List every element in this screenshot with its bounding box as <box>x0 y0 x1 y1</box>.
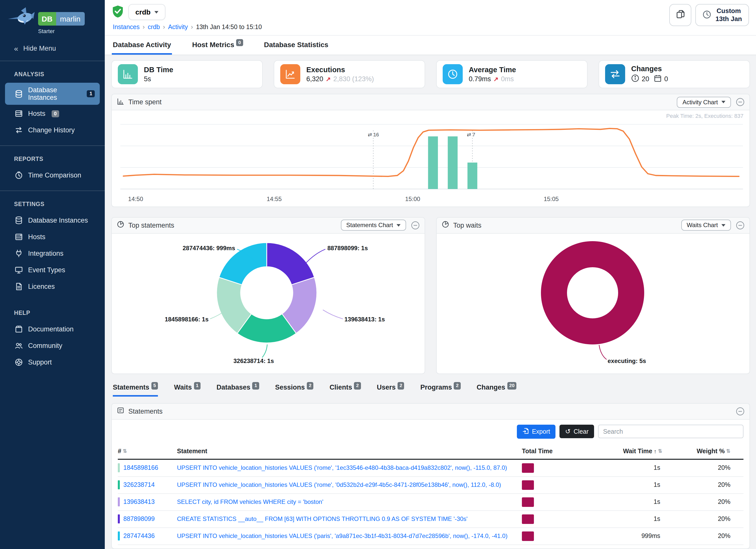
monitor-icon <box>14 266 23 274</box>
tab-statements[interactable]: Statements5 <box>113 383 158 396</box>
column-wait-time[interactable]: Wait Time↑⇅ <box>575 447 662 454</box>
statement-link[interactable]: SELECT city, id FROM vehicles WHERE city… <box>177 498 522 505</box>
tab-database-activity[interactable]: Database Activity <box>112 36 172 55</box>
top-waits-chart-area[interactable]: executing: 5s <box>437 233 749 373</box>
statement-id-link[interactable]: 287474436 <box>123 532 155 539</box>
statements-table: #⇅ Statement Total Time Wait Time↑⇅ Weig… <box>118 444 743 549</box>
search-input[interactable] <box>598 425 743 438</box>
sidebar-item-change-history[interactable]: Change History <box>5 122 100 138</box>
statement-id-link[interactable]: 326238714 <box>123 481 155 488</box>
column-weight[interactable]: Weight %⇅ <box>662 447 744 454</box>
statements-panel-header: Statements <box>112 403 749 419</box>
chevrons-left-icon: « <box>14 44 18 53</box>
top-waits-header: Top waits Waits Chart <box>437 217 749 233</box>
statement-link[interactable]: UPSERT INTO vehicle_location_histories V… <box>177 464 522 471</box>
plan-label: Starter <box>38 28 84 34</box>
logo-wordmark: DBmarlin <box>38 12 84 26</box>
sidebar-item-event-types[interactable]: Event Types <box>5 262 100 278</box>
chevron-down-icon <box>155 11 159 13</box>
sort-icon: ⇅ <box>726 448 730 454</box>
svg-text:326238714: 1s: 326238714: 1s <box>233 357 274 364</box>
statements-chart-select[interactable]: Statements Chart <box>341 220 406 231</box>
svg-text:⇄ 7: ⇄ 7 <box>467 132 475 137</box>
time-range-button[interactable]: Custom 13th Jan <box>696 4 749 26</box>
waits-badge: 1 <box>194 382 201 389</box>
tab-users[interactable]: Users2 <box>377 383 404 396</box>
sidebar-item-time-comparison[interactable]: Time Comparison <box>5 167 100 183</box>
table-row[interactable]: 326238714 UPSERT INTO vehicle_location_h… <box>118 477 743 494</box>
tab-databases[interactable]: Databases1 <box>217 383 259 396</box>
sidebar-item-community[interactable]: Community <box>5 338 100 353</box>
table-row[interactable]: 887898099 CREATE STATISTICS __auto__ FRO… <box>118 511 743 528</box>
collapse-panel-icon[interactable] <box>736 221 744 229</box>
copy-link-button[interactable] <box>670 4 692 26</box>
trend-up-icon: ↗ <box>494 75 499 82</box>
weight-value: 20% <box>662 498 744 505</box>
detail-tabs: Statements5 Waits1 Databases1 Sessions2 … <box>113 383 750 396</box>
clear-button[interactable]: ↺ Clear <box>559 425 594 438</box>
top-statements-donut[interactable]: 887898099: 1s139638413: 1s326238714: 1s1… <box>112 233 425 373</box>
svg-text:15:05: 15:05 <box>544 196 559 202</box>
card-db-time: DB Time 5s <box>111 60 263 88</box>
statement-id-link[interactable]: 139638413 <box>123 498 155 505</box>
activity-chart-select[interactable]: Activity Chart <box>677 97 731 108</box>
sidebar-item-settings-database-instances[interactable]: Database Instances <box>5 213 100 228</box>
top-statements-chart-area[interactable]: 887898099: 1s139638413: 1s326238714: 1s1… <box>112 233 425 373</box>
clients-badge: 2 <box>354 382 361 389</box>
sidebar-item-licences[interactable]: Licences <box>5 279 100 294</box>
app-logo[interactable]: DBmarlin Starter <box>0 0 105 36</box>
export-button[interactable]: Export <box>517 424 555 438</box>
table-row[interactable]: 287474436 UPSERT INTO vehicle_location_h… <box>118 528 743 545</box>
breadcrumb-crdb[interactable]: crdb <box>148 24 160 31</box>
svg-text:executing: 5s: executing: 5s <box>608 357 646 364</box>
info-circle-icon[interactable] <box>631 74 639 84</box>
tab-database-statistics[interactable]: Database Statistics <box>263 36 329 55</box>
calendar-icon[interactable] <box>654 74 662 84</box>
statement-id-link[interactable]: 887898099 <box>123 515 155 522</box>
divider <box>0 191 105 191</box>
top-waits-donut[interactable]: executing: 5s <box>437 233 750 373</box>
wait-time-value: 1s <box>575 481 662 488</box>
tab-host-metrics[interactable]: Host Metrics 0 <box>191 36 244 55</box>
breadcrumb-activity[interactable]: Activity <box>168 24 188 31</box>
collapse-panel-icon[interactable] <box>736 407 744 415</box>
sidebar-item-database-instances[interactable]: Database Instances 1 <box>5 83 100 105</box>
collapse-panel-icon[interactable] <box>736 98 744 106</box>
sidebar-item-integrations[interactable]: Integrations <box>5 246 100 261</box>
instance-selector[interactable]: crdb <box>128 4 166 20</box>
marlin-fish-icon <box>7 5 35 33</box>
statement-link[interactable]: CREATE STATISTICS __auto__ FROM [63] WIT… <box>177 515 522 522</box>
sidebar-item-hosts[interactable]: Hosts 0 <box>5 106 100 121</box>
tab-sessions[interactable]: Sessions2 <box>275 383 313 396</box>
table-row[interactable]: 1845898166 UPSERT INTO vehicle_location_… <box>118 460 743 477</box>
statement-link[interactable]: UPSERT INTO vehicle_location_histories V… <box>177 532 522 539</box>
waits-chart-select[interactable]: Waits Chart <box>681 220 731 231</box>
collapse-panel-icon[interactable] <box>411 221 420 229</box>
column-statement[interactable]: Statement <box>177 447 522 454</box>
tab-changes[interactable]: Changes20 <box>477 383 517 396</box>
column-id[interactable]: #⇅ <box>118 447 177 454</box>
statement-link[interactable]: UPSERT INTO vehicle_location_histories V… <box>177 481 522 488</box>
tab-clients[interactable]: Clients2 <box>330 383 361 396</box>
table-row[interactable]: 139638413 SELECT city, id FROM vehicles … <box>118 494 743 511</box>
breadcrumb-instances[interactable]: Instances <box>113 24 140 31</box>
sidebar-item-documentation[interactable]: Documentation <box>5 321 100 337</box>
column-total-time[interactable]: Total Time <box>522 447 575 454</box>
tab-waits[interactable]: Waits1 <box>174 383 201 396</box>
wait-time-value: 999ms <box>575 532 662 539</box>
time-spent-chart[interactable]: ⇄ 16⇄ 714:5014:5515:0015:05 <box>112 110 750 207</box>
sidebar-item-settings-hosts[interactable]: Hosts <box>5 229 100 245</box>
document-icon <box>14 282 23 291</box>
statement-id-link[interactable]: 1845898166 <box>123 464 158 471</box>
life-ring-icon <box>14 358 23 367</box>
peak-annotation: Peak Time: 2s, Executions: 837 <box>666 113 743 119</box>
sidebar-item-support[interactable]: Support <box>5 354 100 370</box>
tab-programs[interactable]: Programs2 <box>420 383 461 396</box>
time-spent-chart-area[interactable]: Peak Time: 2s, Executions: 837 ⇄ 16⇄ 714… <box>112 110 749 207</box>
content-tabs: Database Activity Host Metrics 0 Databas… <box>105 36 756 55</box>
hide-menu-button[interactable]: « Hide Menu <box>0 36 105 60</box>
topbar: crdb Instances›crdb›Activity›13th Jan 14… <box>105 0 756 36</box>
clock-icon <box>443 64 463 84</box>
plug-icon <box>14 249 23 258</box>
bar-chart-icon <box>118 64 138 84</box>
